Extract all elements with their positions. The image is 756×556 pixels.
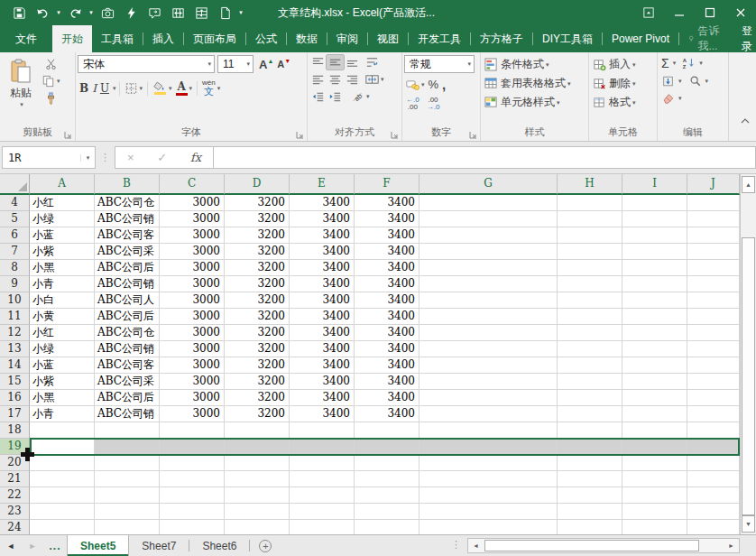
save-icon[interactable] <box>7 3 31 23</box>
ribbon-tab-11[interactable]: DIY工具箱 <box>533 25 602 52</box>
cell-B4[interactable]: ABC公司仓 <box>95 195 160 211</box>
fill-button[interactable] <box>659 74 677 88</box>
cell-H21[interactable] <box>558 471 622 487</box>
tell-me-box[interactable]: 告诉我... <box>679 23 731 54</box>
cell-I12[interactable] <box>622 325 687 341</box>
cell-B8[interactable]: ABC公司后 <box>95 260 160 276</box>
cell-G22[interactable] <box>419 487 558 504</box>
cell-F23[interactable] <box>355 504 419 520</box>
cell-J12[interactable] <box>687 325 740 341</box>
cell-G9[interactable] <box>419 276 558 292</box>
cell-C11[interactable]: 3000 <box>160 309 225 325</box>
cell-G13[interactable] <box>419 341 558 357</box>
cell-E15[interactable]: 3400 <box>290 374 355 390</box>
find-dropdown-icon[interactable]: ▾ <box>705 78 709 85</box>
row-header-20[interactable]: 20 <box>0 455 30 471</box>
clipboard-dialog-launcher[interactable] <box>64 129 73 138</box>
undo-dropdown-icon[interactable]: ▾ <box>54 9 63 16</box>
row-header-13[interactable]: 13 <box>0 341 30 357</box>
tabbar-resize-handle[interactable]: ⋮ <box>451 539 461 551</box>
minimize-icon[interactable] <box>664 0 695 25</box>
column-header-E[interactable]: E <box>290 174 355 195</box>
row-header-22[interactable]: 22 <box>0 487 30 504</box>
cell-E9[interactable]: 3400 <box>290 276 355 292</box>
cell-G16[interactable] <box>419 390 558 406</box>
cell-H13[interactable] <box>558 341 622 357</box>
ribbon-tab-5[interactable]: 公式 <box>246 25 286 52</box>
cell-J7[interactable] <box>687 244 740 260</box>
format-painter-button[interactable] <box>40 91 62 106</box>
cell-H20[interactable] <box>558 455 622 471</box>
row-header-17[interactable]: 17 <box>0 406 30 422</box>
cell-styles-button[interactable]: 单元格样式▾ <box>483 93 586 112</box>
collapse-ribbon-button[interactable] <box>741 114 750 126</box>
cut-button[interactable] <box>40 57 62 71</box>
cell-D18[interactable] <box>225 422 290 439</box>
clear-button[interactable] <box>659 91 677 106</box>
cell-G20[interactable] <box>419 455 558 471</box>
cell-D8[interactable]: 3200 <box>225 260 290 276</box>
cell-C15[interactable]: 3000 <box>160 374 225 390</box>
cell-I4[interactable] <box>622 195 687 211</box>
ribbon-tab-1[interactable]: 开始 <box>52 25 92 52</box>
cell-F22[interactable] <box>355 487 419 504</box>
cell-G8[interactable] <box>419 260 558 276</box>
bold-button[interactable]: B <box>78 81 90 96</box>
cell-D6[interactable]: 3200 <box>225 227 290 244</box>
column-header-I[interactable]: I <box>622 174 687 195</box>
cell-H19[interactable] <box>558 439 622 455</box>
cell-D24[interactable] <box>225 520 290 534</box>
horizontal-scrollbar[interactable]: ◄ ► <box>467 538 740 553</box>
align-bottom-button[interactable] <box>344 55 361 70</box>
cell-B16[interactable]: ABC公司后 <box>95 390 160 406</box>
cell-A9[interactable]: 小青 <box>30 276 95 292</box>
cell-G23[interactable] <box>419 504 558 520</box>
cell-B17[interactable]: ABC公司销 <box>95 406 160 422</box>
cell-C16[interactable]: 3000 <box>160 390 225 406</box>
cell-J6[interactable] <box>687 227 740 244</box>
row-header-23[interactable]: 23 <box>0 504 30 520</box>
cell-I21[interactable] <box>622 471 687 487</box>
cell-F13[interactable]: 3400 <box>355 341 419 357</box>
cell-H9[interactable] <box>558 276 622 292</box>
row-header-5[interactable]: 5 <box>0 211 30 227</box>
cell-A5[interactable]: 小绿 <box>30 211 95 227</box>
cell-A7[interactable]: 小紫 <box>30 244 95 260</box>
align-center-button[interactable] <box>327 72 344 87</box>
cell-A13[interactable]: 小绿 <box>30 341 95 357</box>
cell-E16[interactable]: 3400 <box>290 390 355 406</box>
column-header-F[interactable]: F <box>355 174 419 195</box>
row-header-10[interactable]: 10 <box>0 292 30 309</box>
paste-button[interactable]: 粘贴 ▾ <box>2 55 40 111</box>
cell-C18[interactable] <box>160 422 225 439</box>
column-width-icon[interactable] <box>166 3 189 23</box>
align-top-button[interactable] <box>309 55 327 70</box>
number-format-combo[interactable]: 常规▾ <box>404 55 475 73</box>
ribbon-tab-9[interactable]: 开发工具 <box>409 25 470 52</box>
merge-center-button[interactable]: ▾ <box>364 72 386 87</box>
cell-J11[interactable] <box>687 309 740 325</box>
sort-filter-dropdown-icon[interactable]: ▾ <box>699 60 703 67</box>
cell-I10[interactable] <box>622 292 687 309</box>
ribbon-tab-10[interactable]: 方方格子 <box>471 25 532 52</box>
column-header-J[interactable]: J <box>687 174 740 195</box>
row-header-15[interactable]: 15 <box>0 374 30 390</box>
cell-E4[interactable]: 3400 <box>290 195 355 211</box>
underline-dropdown-icon[interactable]: ▾ <box>113 85 116 92</box>
cell-I6[interactable] <box>622 227 687 244</box>
cell-J21[interactable] <box>687 471 740 487</box>
new-document-icon[interactable] <box>213 3 236 23</box>
sheet-tab-Sheet7[interactable]: Sheet7 <box>129 535 189 556</box>
ribbon-tab-4[interactable]: 页面布局 <box>184 25 245 52</box>
cell-G5[interactable] <box>419 211 558 227</box>
ribbon-display-options-icon[interactable] <box>633 0 664 25</box>
sheet-nav-right-icon[interactable]: ► <box>22 535 43 556</box>
row-header-8[interactable]: 8 <box>0 260 30 276</box>
redo-dropdown-icon[interactable]: ▾ <box>87 9 96 16</box>
cell-F10[interactable]: 3400 <box>355 292 419 309</box>
cell-C24[interactable] <box>160 520 225 534</box>
cell-I18[interactable] <box>622 422 687 439</box>
row-header-7[interactable]: 7 <box>0 244 30 260</box>
scroll-left-icon[interactable]: ◄ <box>469 540 483 551</box>
cell-C12[interactable]: 3000 <box>160 325 225 341</box>
